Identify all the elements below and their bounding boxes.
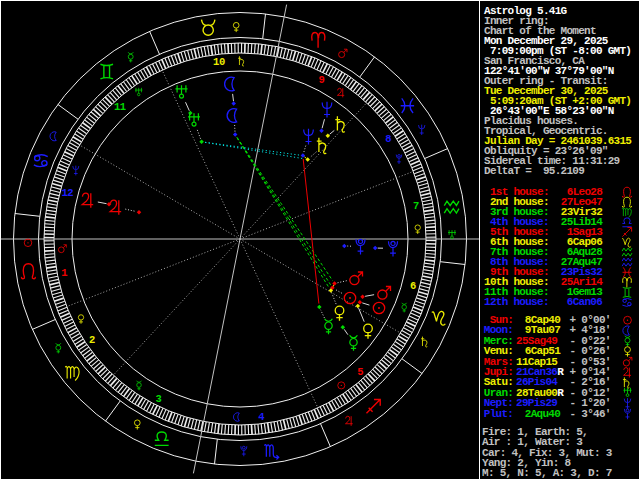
svg-text:3: 3 (156, 393, 162, 405)
svg-text:1: 1 (61, 267, 67, 279)
svg-text:4: 4 (258, 411, 264, 423)
svg-text:7: 7 (413, 200, 419, 212)
svg-text:11: 11 (114, 101, 126, 113)
svg-text:5: 5 (357, 366, 363, 378)
svg-text:10: 10 (213, 56, 225, 68)
svg-text:12: 12 (61, 187, 73, 199)
svg-text:9: 9 (319, 74, 325, 86)
svg-text:6: 6 (410, 280, 416, 292)
svg-text:8: 8 (385, 133, 391, 145)
svg-text:2: 2 (89, 334, 95, 346)
